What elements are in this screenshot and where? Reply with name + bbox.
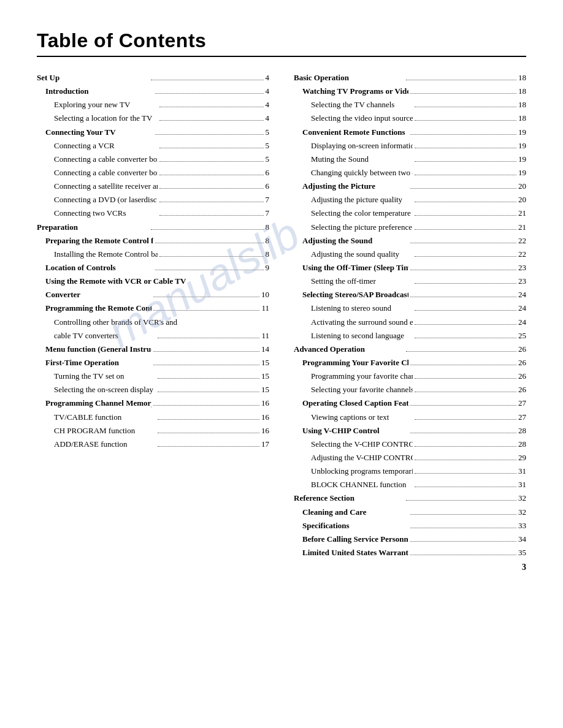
toc-dots (159, 161, 263, 162)
toc-entry-page: 7 (266, 194, 270, 206)
toc-entry-page: 21 (518, 207, 526, 219)
toc-entry: Selecting the V-CHIP CONTROL menu28 (294, 438, 526, 450)
toc-entry: Using the Off-Timer (Sleep Timer)23 (294, 262, 526, 274)
toc-dots (415, 487, 516, 487)
toc-entry-page: 19 (518, 140, 526, 152)
toc-entry-page: 10 (261, 289, 269, 301)
toc-entry-page: 16 (261, 397, 269, 409)
toc-dots (415, 161, 516, 162)
toc-entry: Using the Remote with VCR or Cable TV (37, 275, 269, 287)
toc-entry-page: 21 (518, 221, 526, 233)
toc-entry: Selecting the picture preference functio… (294, 221, 526, 233)
toc-entry: Convenient Remote Functions19 (294, 126, 526, 138)
toc-entry-page: 8 (266, 248, 270, 260)
toc-entry: Converter10 (37, 289, 269, 301)
toc-dots (155, 134, 263, 135)
toc-dots (415, 473, 516, 474)
title-section: Table of Contents (37, 29, 526, 57)
toc-entry-label: Connecting a satellite receiver and a VC… (37, 180, 158, 192)
toc-entry-page: 4 (266, 85, 270, 97)
toc-dots (415, 460, 516, 460)
toc-dots (410, 514, 516, 515)
toc-entry-label: Programming the Remote Control (37, 302, 151, 314)
toc-entry: Adjusting the Picture20 (294, 180, 526, 192)
toc-entry-label: Muting the Sound (294, 153, 413, 165)
toc-entry-label: Listening to stereo sound (294, 302, 413, 314)
toc-entry-label: BLOCK CHANNEL function (294, 479, 413, 491)
toc-entry-label: cable TV converters (37, 330, 156, 342)
toc-dots (415, 215, 516, 216)
toc-entry-page: 6 (266, 167, 270, 179)
toc-entry-label: Connecting a cable converter box (37, 153, 158, 165)
toc-dots (415, 107, 516, 107)
toc-entry: Menu function (General Instructions)14 (37, 343, 269, 355)
toc-entry: Preparation8 (37, 221, 269, 233)
toc-entry-page: 34 (518, 533, 526, 545)
toc-entry: CH PROGRAM function16 (37, 425, 269, 437)
toc-entry-page: 35 (518, 547, 526, 559)
toc-entry: cable TV converters11 (37, 330, 269, 342)
toc-entry: Cleaning and Care32 (294, 506, 526, 518)
toc-dots (410, 528, 516, 528)
toc-dots (410, 541, 516, 542)
toc-entry-page: 23 (518, 275, 526, 287)
toc-entry-label: Setting the off-timer (294, 275, 413, 287)
page-title: Table of Contents (37, 29, 526, 52)
toc-entry-label: Selecting the TV channels (294, 99, 413, 111)
page-number: 3 (522, 563, 526, 572)
toc-entry: Connecting a satellite receiver and a VC… (37, 180, 269, 192)
toc-dots (410, 243, 516, 243)
toc-entry: Adjusting the picture quality20 (294, 194, 526, 206)
toc-entry: Selecting a location for the TV4 (37, 112, 269, 124)
toc-entry-page: 16 (261, 425, 269, 437)
toc-dots (415, 392, 516, 392)
toc-entry-page: 15 (261, 384, 269, 396)
toc-entry-label: Selecting the picture preference functio… (294, 221, 413, 233)
toc-entry: Programming Your Favorite Channels26 (294, 357, 526, 369)
toc-entry: Preparing the Remote Control for Use8 (37, 235, 269, 247)
toc-entry-label: Limited United States Warranty (294, 547, 408, 559)
toc-entry-label: Adjusting the V-CHIP CONTROL menu (294, 452, 413, 464)
toc-entry-label: Menu function (General Instructions) (37, 343, 151, 355)
toc-dots (158, 378, 259, 379)
toc-entry-page: 28 (518, 438, 526, 450)
toc-entry: Basic Operation18 (294, 72, 526, 84)
toc-entry-label: Connecting two VCRs (37, 207, 158, 219)
toc-entry-label: Connecting a DVD (or laserdisc player) a… (37, 194, 158, 206)
toc-entry-page: 9 (266, 262, 270, 274)
toc-entry: Selecting the color temperature21 (294, 207, 526, 219)
toc-entry-label: Converter (37, 289, 151, 301)
toc-entry-label: Advanced Operation (294, 343, 404, 355)
toc-entry-page: 19 (518, 167, 526, 179)
toc-entry: Turning the TV set on15 (37, 370, 269, 382)
toc-dots (410, 433, 516, 433)
toc-entry-page: 11 (261, 302, 269, 314)
toc-entry: Controlling other brands of VCR's and (37, 316, 269, 328)
page: Table of Contents Set Up4Introduction4Ex… (0, 0, 563, 597)
toc-entry-page: 5 (266, 126, 270, 138)
toc-entry-label: Adjusting the sound quality (294, 248, 413, 260)
toc-entry-label: Selecting your favorite channels (294, 384, 413, 396)
toc-entry-label: Turning the TV set on (37, 370, 156, 382)
toc-entry-page: 8 (266, 235, 270, 247)
toc-entry-page: 17 (261, 438, 269, 450)
toc-entry: Introduction4 (37, 85, 269, 97)
toc-entry-page: 20 (518, 180, 526, 192)
toc-entry-label: Installing the Remote Control batteries (37, 248, 158, 260)
toc-entry-label: Basic Operation (294, 72, 404, 84)
toc-entry: Changing quickly between two channels19 (294, 167, 526, 179)
toc-entry-page: 23 (518, 262, 526, 274)
toc-entry: Selecting the on-screen display language… (37, 384, 269, 396)
toc-dots (158, 446, 259, 447)
toc-dots (415, 378, 516, 379)
toc-dots (151, 80, 263, 80)
toc-entry: Connecting a DVD (or laserdisc player) a… (37, 194, 269, 206)
toc-dots (158, 419, 259, 420)
toc-entry-page: 24 (518, 289, 526, 301)
toc-entry-page: 27 (518, 397, 526, 409)
toc-entry-label: Location of Controls (37, 262, 153, 274)
toc-entry-label: Selecting the video input source (294, 112, 413, 124)
toc-entry: Displaying on-screen information19 (294, 140, 526, 152)
toc-entry: Limited United States Warranty35 (294, 547, 526, 559)
toc-entry: Adjusting the V-CHIP CONTROL menu29 (294, 452, 526, 464)
